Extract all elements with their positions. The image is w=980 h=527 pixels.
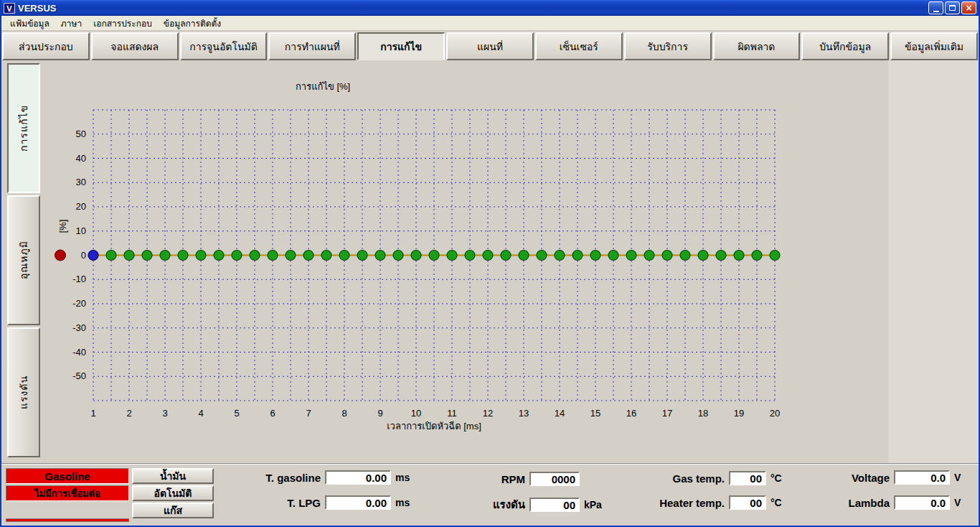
t-lpg-label: T. LPG <box>238 497 321 509</box>
voltage-value[interactable] <box>894 470 950 485</box>
tab-3[interactable]: การทำแผนที่ <box>268 32 356 60</box>
x-tick-label: 5 <box>234 408 239 419</box>
chart-point[interactable] <box>250 251 260 261</box>
heater-temp-value[interactable] <box>729 495 766 510</box>
side-tab-0[interactable]: การแก้ไข <box>7 63 40 193</box>
chart-point[interactable] <box>178 251 188 261</box>
menu-item-3[interactable]: ข้อมูลการติดตั้ง <box>158 15 227 32</box>
selected-chart-point[interactable] <box>88 251 98 261</box>
y-tick-label: -40 <box>72 347 86 358</box>
y-tick-label: 40 <box>76 153 86 164</box>
tab-10[interactable]: ข้อมูลเพิ่มเติม <box>890 32 978 60</box>
side-tab-2[interactable]: แรงดัน <box>7 327 40 457</box>
chart-point[interactable] <box>303 251 314 261</box>
tab-8[interactable]: ผิดพลาด <box>713 32 801 60</box>
t-lpg-value[interactable] <box>325 495 391 510</box>
chart-point[interactable] <box>232 251 242 261</box>
chart-point[interactable] <box>626 251 636 261</box>
x-axis-label: เวลาการเปิดหัวฉีด [ms] <box>387 421 481 432</box>
t-gasoline-unit: ms <box>395 472 410 483</box>
chart-point[interactable] <box>106 251 116 261</box>
chart-point[interactable] <box>590 251 600 261</box>
x-tick-label: 4 <box>198 408 203 419</box>
chart-point[interactable] <box>680 251 690 261</box>
chart-point[interactable] <box>339 251 349 261</box>
chart-point[interactable] <box>429 251 439 261</box>
tab-9[interactable]: บันทึกข้อมูล <box>801 32 889 60</box>
menu-item-2[interactable]: เอกสารประกอบ <box>88 15 158 32</box>
offscale-marker[interactable] <box>55 250 66 261</box>
chart-point[interactable] <box>537 251 547 261</box>
minimize-button[interactable] <box>928 1 943 14</box>
chart-point[interactable] <box>357 251 367 261</box>
chart-point[interactable] <box>375 251 385 261</box>
x-tick-label: 17 <box>662 408 672 419</box>
x-tick-label: 19 <box>734 408 744 419</box>
t-gasoline-field: T. gasoline ms <box>238 470 410 485</box>
fuel-mode-button-1[interactable]: อัตโนมัติ <box>132 485 214 501</box>
chart-point[interactable] <box>716 251 726 261</box>
tab-7[interactable]: รับบริการ <box>624 32 712 60</box>
tab-5[interactable]: แผนที่ <box>446 32 534 60</box>
x-tick-label: 10 <box>411 408 421 419</box>
maximize-button[interactable] <box>945 1 960 14</box>
chart-point[interactable] <box>268 251 278 261</box>
rpm-value[interactable] <box>529 472 580 486</box>
chart-point[interactable] <box>501 251 511 261</box>
chart-point[interactable] <box>698 251 708 261</box>
menu-item-0[interactable]: แฟ้มข้อมูล <box>4 15 55 32</box>
chart-point[interactable] <box>214 251 224 261</box>
t-lpg-field: T. LPG ms <box>238 495 410 510</box>
chart-point[interactable] <box>770 251 780 261</box>
chart-point[interactable] <box>465 251 475 261</box>
chart-point[interactable] <box>196 251 206 261</box>
pressure-value[interactable] <box>529 498 580 512</box>
close-button[interactable]: × <box>961 1 976 14</box>
tab-2[interactable]: การจูนอัตโนมัติ <box>180 32 268 60</box>
chart-point[interactable] <box>483 251 493 261</box>
side-tab-label: อุณหภูมิ <box>16 241 32 279</box>
lambda-value[interactable] <box>894 495 950 510</box>
tab-6[interactable]: เซ็นเซอร์ <box>535 32 623 60</box>
pressure-label: แรงดัน <box>479 496 525 513</box>
gas-temp-value[interactable] <box>729 471 766 485</box>
x-tick-label: 12 <box>483 408 493 419</box>
chart-point[interactable] <box>644 251 654 261</box>
chart-point[interactable] <box>321 251 331 261</box>
t-gasoline-value[interactable] <box>325 470 391 485</box>
chart-point[interactable] <box>573 251 583 261</box>
chart-point[interactable] <box>608 251 618 261</box>
chart-point[interactable] <box>752 251 762 261</box>
window-title: VERSUS <box>18 3 928 14</box>
menu-item-1[interactable]: ภาษา <box>55 15 88 32</box>
chart-point[interactable] <box>160 251 170 261</box>
chart-plot[interactable]: 1234567891011121314151617181920504030201… <box>44 86 791 445</box>
chart-point[interactable] <box>286 251 296 261</box>
side-tab-1[interactable]: อุณหภูมิ <box>7 195 40 325</box>
chart-point[interactable] <box>124 251 134 261</box>
chart-point[interactable] <box>411 251 421 261</box>
chart-point[interactable] <box>734 251 744 261</box>
heater-temp-unit: °C <box>771 497 782 508</box>
chart-point[interactable] <box>393 251 403 261</box>
x-tick-label: 3 <box>162 408 167 419</box>
fuel-mode-button-0[interactable]: น้ำมัน <box>132 468 214 484</box>
connection-status-indicator: ไม่มีการเชื่อมต่อ <box>6 485 129 501</box>
chart-point[interactable] <box>662 251 672 261</box>
t-gasoline-label: T. gasoline <box>238 472 321 484</box>
chart-point[interactable] <box>519 251 529 261</box>
tab-4[interactable]: การแก้ไข <box>357 32 445 60</box>
tab-1[interactable]: จอแสดงผล <box>91 32 179 60</box>
chart-point[interactable] <box>555 251 565 261</box>
tab-0[interactable]: ส่วนประกอบ <box>2 32 90 60</box>
correction-chart: การแก้ไข [%] 123456789101112131415161718… <box>44 65 794 460</box>
minimize-icon <box>933 11 939 12</box>
chart-point[interactable] <box>447 251 457 261</box>
chart-point[interactable] <box>142 251 152 261</box>
y-tick-label: -30 <box>72 322 86 333</box>
side-tab-label: แรงดัน <box>16 376 32 409</box>
gas-temp-field: Gas temp. °C <box>640 471 782 485</box>
title-bar[interactable]: V VERSUS × <box>1 0 979 16</box>
side-tab-bar: การแก้ไขอุณหภูมิแรงดัน <box>7 63 40 457</box>
fuel-mode-button-2[interactable]: แก๊ส <box>132 503 214 518</box>
